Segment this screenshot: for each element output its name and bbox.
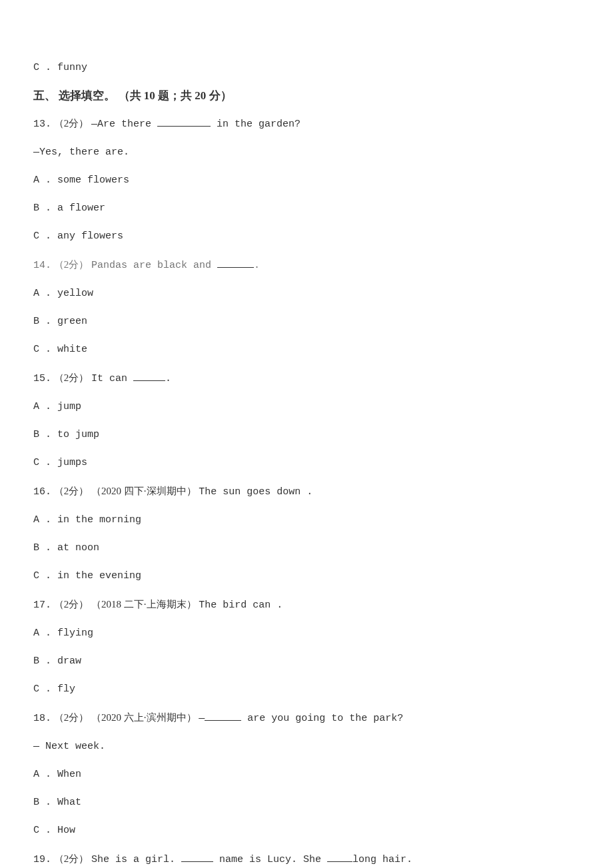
q18-option-c: C . How	[33, 823, 580, 839]
q15-points: （2分）	[54, 372, 89, 383]
q13-points: （2分）	[54, 118, 89, 129]
q15-option-b: B . to jump	[33, 427, 580, 443]
q17-option-b: B . draw	[33, 653, 580, 669]
q16-points: （2分）	[54, 486, 89, 496]
page: C . funny 五、 选择填空。 （共 10 题；共 20 分） 13. （…	[0, 0, 613, 868]
q13-option-b: B . a flower	[33, 201, 580, 217]
q13-answer-line: —Yes, there are.	[33, 145, 580, 161]
q16-option-a: A . in the morning	[33, 512, 580, 528]
q17-source: （2018 二下·上海期末）	[91, 599, 197, 610]
q19-stem-part-b: name is Lucy. She	[213, 854, 327, 865]
q18-answer-line: — Next week.	[33, 739, 580, 755]
q14-option-a: A . yellow	[33, 286, 580, 302]
q15-stem-part-a: It can	[91, 373, 133, 384]
q19-blank-2	[327, 851, 352, 862]
q17-option-a: A . flying	[33, 626, 580, 642]
q13-blank	[157, 116, 211, 127]
q18-number: 18.	[33, 713, 51, 724]
q19-stem-part-a: She is a girl.	[91, 854, 181, 865]
q13-option-c: C . any flowers	[33, 228, 580, 244]
q16-option-b: B . at noon	[33, 540, 580, 556]
q14-blank	[217, 257, 254, 268]
q18-option-b: B . What	[33, 795, 580, 811]
q19-number: 19.	[33, 854, 51, 865]
q19-stem-part-c: long hair.	[352, 854, 412, 865]
q13-stem-part-a: —Are there	[91, 119, 157, 130]
q18-source: （2020 六上·滨州期中）	[91, 712, 197, 723]
q14-option-b: B . green	[33, 314, 580, 330]
q19-blank-1	[181, 851, 213, 862]
q17-stem-text: The bird can .	[199, 600, 283, 611]
q15-option-a: A . jump	[33, 399, 580, 415]
q17-stem: 17. （2分） （2018 二下·上海期末） The bird can .	[33, 596, 580, 614]
q14-stem-part-a: Pandas are black and	[91, 260, 217, 271]
q14-stem: 14. （2分） Pandas are black and .	[33, 256, 580, 274]
q16-stem-text: The sun goes down .	[199, 486, 312, 498]
q18-stem-part-b: are you going to the park?	[241, 713, 403, 724]
q15-number: 15.	[33, 373, 51, 384]
q17-points: （2分）	[54, 599, 89, 610]
q14-points: （2分）	[54, 259, 89, 270]
q13-option-a: A . some flowers	[33, 173, 580, 189]
q15-stem-part-b: .	[165, 373, 171, 384]
q18-blank	[205, 710, 241, 721]
q18-option-a: A . When	[33, 767, 580, 783]
q19-points: （2分）	[54, 853, 89, 864]
q19-stem: 19. （2分） She is a girl. name is Lucy. Sh…	[33, 851, 580, 868]
q14-option-c: C . white	[33, 342, 580, 358]
q15-option-c: C . jumps	[33, 455, 580, 471]
q16-stem: 16. （2分） （2020 四下·深圳期中） The sun goes dow…	[33, 483, 580, 500]
q14-stem-part-b: .	[254, 260, 260, 271]
q16-source: （2020 四下·深圳期中）	[91, 486, 197, 496]
q15-blank	[133, 370, 165, 381]
q16-number: 16.	[33, 486, 51, 498]
q15-stem: 15. （2分） It can .	[33, 370, 580, 387]
prev-question-option-c: C . funny	[33, 60, 580, 76]
q17-option-c: C . fly	[33, 681, 580, 697]
q18-stem-part-a: —	[199, 713, 205, 724]
q17-number: 17.	[33, 600, 51, 611]
q16-option-c: C . in the evening	[33, 568, 580, 584]
section-5-title: 五、 选择填空。 （共 10 题；共 20 分）	[33, 88, 580, 103]
q18-stem: 18. （2分） （2020 六上·滨州期中） — are you going …	[33, 709, 580, 727]
q13-stem-part-b: in the garden?	[211, 119, 301, 130]
q18-points: （2分）	[54, 712, 89, 723]
q14-number: 14.	[33, 260, 51, 271]
q13-number: 13.	[33, 119, 51, 130]
q13-stem: 13. （2分） —Are there in the garden?	[33, 115, 580, 133]
